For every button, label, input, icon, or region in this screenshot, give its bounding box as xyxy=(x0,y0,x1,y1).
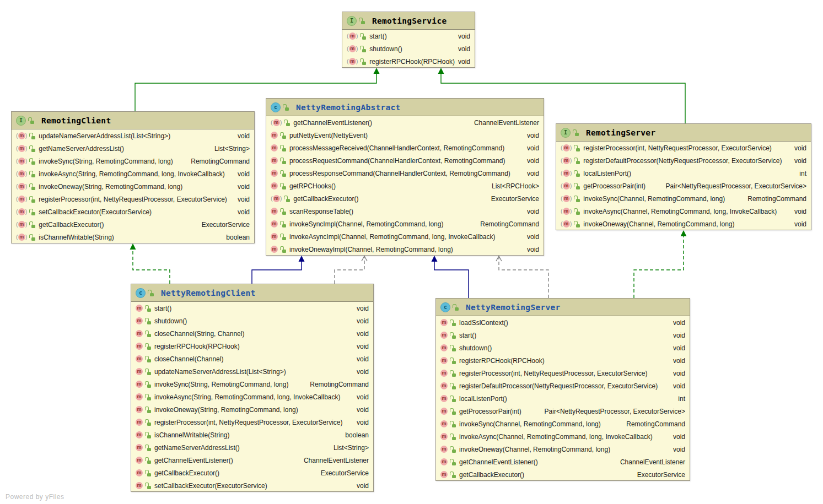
edge-line[interactable] xyxy=(335,256,364,284)
method-row[interactable]: mputNettyEvent(NettyEvent)void xyxy=(266,129,544,142)
method-row[interactable]: (m)localListenPort()int xyxy=(556,167,811,180)
edge-line[interactable] xyxy=(634,235,684,298)
method-row[interactable]: (m)shutdown()void xyxy=(342,42,475,55)
edge-line[interactable] xyxy=(499,256,548,298)
method-row[interactable]: (m)registerRPCHook(RPCHook)void xyxy=(342,55,475,68)
method-signature: (m)invokeOneway(String, RemotingCommand,… xyxy=(16,183,182,191)
method-row[interactable]: (m)updateNameServerAddressList(List<Stri… xyxy=(12,129,254,142)
class-node-nettyremotingabstract[interactable]: cNettyRemotingAbstract(m)getChannelEvent… xyxy=(266,98,544,256)
method-icon: m xyxy=(440,446,448,453)
method-row[interactable]: mgetCallbackExecutor()ExecutorService xyxy=(131,467,373,479)
method-list: (m)updateNameServerAddressList(List<Stri… xyxy=(12,129,254,243)
method-row[interactable]: mgetChannelEventListener()ChannelEventLi… xyxy=(131,454,373,467)
method-row[interactable]: mstart()void xyxy=(436,329,690,342)
method-icon: (m) xyxy=(347,58,358,65)
method-name: start() xyxy=(154,305,171,312)
method-icon: m xyxy=(136,381,143,388)
method-row[interactable]: (m)invokeOneway(Channel, RemotingCommand… xyxy=(556,218,811,230)
class-header-nettyremotingserver[interactable]: cNettyRemotingServer xyxy=(436,299,690,316)
method-row[interactable]: mcloseChannel(String, Channel)void xyxy=(131,327,373,340)
method-row[interactable]: (m)invokeSync(String, RemotingCommand, l… xyxy=(12,155,254,167)
method-row[interactable]: (m)getChannelEventListener()ChannelEvent… xyxy=(266,116,544,129)
class-node-remotingservice[interactable]: IRemotingService(m)start()void(m)shutdow… xyxy=(342,12,475,68)
edge-line[interactable] xyxy=(252,261,302,284)
method-row[interactable]: (m)registerDefaultProcessor(NettyRequest… xyxy=(556,154,811,167)
class-node-remotingclient[interactable]: IRemotingClient(m)updateNameServerAddres… xyxy=(11,111,255,243)
method-row[interactable]: (m)invokeSync(Channel, RemotingCommand, … xyxy=(556,192,811,205)
method-return-type: void xyxy=(238,208,250,216)
method-icon: m xyxy=(136,469,143,476)
method-row[interactable]: mgetProcessorPair(int)Pair<NettyRequestP… xyxy=(436,405,690,418)
method-row[interactable]: minvokeOneway(String, RemotingCommand, l… xyxy=(131,403,373,416)
class-header-remotingservice[interactable]: IRemotingService xyxy=(342,12,475,30)
method-row[interactable]: mgetCallbackExecutor()ExecutorService xyxy=(436,468,690,481)
class-header-remotingserver[interactable]: IRemotingServer xyxy=(556,124,811,142)
method-row[interactable]: mcloseChannel(Channel)void xyxy=(131,353,373,365)
method-name: getNameServerAddressList() xyxy=(154,444,240,452)
method-row[interactable]: mprocessResponseCommand(ChannelHandlerCo… xyxy=(266,167,544,180)
method-row[interactable]: mregisterRPCHook(RPCHook)void xyxy=(131,340,373,353)
method-row[interactable]: (m)invokeOneway(String, RemotingCommand,… xyxy=(12,180,254,193)
class-node-remotingserver[interactable]: IRemotingServer(m)registerProcessor(int,… xyxy=(556,123,811,230)
class-header-remotingclient[interactable]: IRemotingClient xyxy=(12,112,254,129)
method-row[interactable]: minvokeAsync(Channel, RemotingCommand, l… xyxy=(436,430,690,443)
method-row[interactable]: minvokeAsync(String, RemotingCommand, lo… xyxy=(131,391,373,403)
method-row[interactable]: mstart()void xyxy=(131,302,373,315)
method-row[interactable]: mregisterProcessor(int, NettyRequestProc… xyxy=(436,367,690,380)
method-row[interactable]: mloadSslContext()void xyxy=(436,316,690,329)
method-row[interactable]: mgetRPCHooks()List<RPCHook> xyxy=(266,180,544,192)
method-row[interactable]: mscanResponseTable()void xyxy=(266,205,544,218)
method-signature: mregisterRPCHook(RPCHook) xyxy=(136,343,240,350)
method-row[interactable]: mshutdown()void xyxy=(131,315,373,327)
method-row[interactable]: (m)invokeAsync(String, RemotingCommand, … xyxy=(12,167,254,180)
method-return-type: RemotingCommand xyxy=(310,381,369,388)
method-row[interactable]: minvokeSyncImpl(Channel, RemotingCommand… xyxy=(266,218,544,230)
method-row[interactable]: (m)registerProcessor(int, NettyRequestPr… xyxy=(556,142,811,154)
method-row[interactable]: mgetChannelEventListener()ChannelEventLi… xyxy=(436,456,690,468)
method-row[interactable]: (m)registerProcessor(int, NettyRequestPr… xyxy=(12,193,254,205)
method-row[interactable]: minvokeAsyncImpl(Channel, RemotingComman… xyxy=(266,230,544,243)
method-row[interactable]: minvokeOneway(Channel, RemotingCommand, … xyxy=(436,443,690,456)
lock-open-icon xyxy=(280,208,286,215)
method-name: invokeAsync(Channel, RemotingCommand, lo… xyxy=(583,208,777,215)
class-node-nettyremotingclient[interactable]: cNettyRemotingClientmstart()voidmshutdow… xyxy=(131,284,374,492)
edge-line[interactable] xyxy=(434,261,469,298)
lock-open-icon xyxy=(29,221,35,228)
method-row[interactable]: mgetNameServerAddressList()List<String> xyxy=(131,441,373,454)
method-row[interactable]: (m)getCallbackExecutor()ExecutorService xyxy=(12,218,254,231)
method-return-type: void xyxy=(527,157,539,165)
method-row[interactable]: (m)setCallbackExecutor(ExecutorService)v… xyxy=(12,205,254,218)
method-row[interactable]: misChannelWritable(String)boolean xyxy=(131,429,373,441)
method-icon: (m) xyxy=(16,183,27,190)
lock-open-icon xyxy=(29,234,35,241)
method-return-type: void xyxy=(794,144,806,152)
method-row[interactable]: (m)start()void xyxy=(342,30,475,42)
method-row[interactable]: (m)getCallbackExecutor()ExecutorService xyxy=(266,192,544,205)
method-signature: mupdateNameServerAddressList(List<String… xyxy=(136,368,286,376)
method-row[interactable]: minvokeSync(Channel, RemotingCommand, lo… xyxy=(436,418,690,430)
method-row[interactable]: mshutdown()void xyxy=(436,342,690,354)
class-node-nettyremotingserver[interactable]: cNettyRemotingServermloadSslContext()voi… xyxy=(435,298,690,481)
method-row[interactable]: minvokeSync(String, RemotingCommand, lon… xyxy=(131,378,373,391)
method-row[interactable]: mregisterRPCHook(RPCHook)void xyxy=(436,354,690,367)
lock-open-icon xyxy=(145,445,151,451)
lock-open-icon xyxy=(450,383,456,389)
method-row[interactable]: (m)getNameServerAddressList()List<String… xyxy=(12,142,254,155)
method-row[interactable]: msetCallbackExecutor(ExecutorService)voi… xyxy=(131,479,373,492)
method-row[interactable]: mregisterProcessor(int, NettyRequestProc… xyxy=(131,416,373,429)
method-signature: (m)start() xyxy=(347,32,387,40)
method-row[interactable]: minvokeOnewayImpl(Channel, RemotingComma… xyxy=(266,243,544,256)
method-row[interactable]: mprocessMessageReceived(ChannelHandlerCo… xyxy=(266,142,544,154)
method-row[interactable]: (m)invokeAsync(Channel, RemotingCommand,… xyxy=(556,205,811,218)
method-row[interactable]: mregisterDefaultProcessor(NettyRequestPr… xyxy=(436,380,690,392)
class-header-nettyremotingabstract[interactable]: cNettyRemotingAbstract xyxy=(266,99,544,116)
class-header-nettyremotingclient[interactable]: cNettyRemotingClient xyxy=(131,284,373,302)
method-row[interactable]: mupdateNameServerAddressList(List<String… xyxy=(131,365,373,378)
method-row[interactable]: (m)getProcessorPair(int)Pair<NettyReques… xyxy=(556,180,811,192)
method-icon: m xyxy=(271,182,278,189)
method-row[interactable]: mprocessRequestCommand(ChannelHandlerCon… xyxy=(266,154,544,167)
method-row[interactable]: mlocalListenPort()int xyxy=(436,392,690,405)
method-row[interactable]: (m)isChannelWritable(String)boolean xyxy=(12,231,254,243)
edge-line[interactable] xyxy=(133,248,170,284)
lock-open-icon xyxy=(145,318,151,324)
